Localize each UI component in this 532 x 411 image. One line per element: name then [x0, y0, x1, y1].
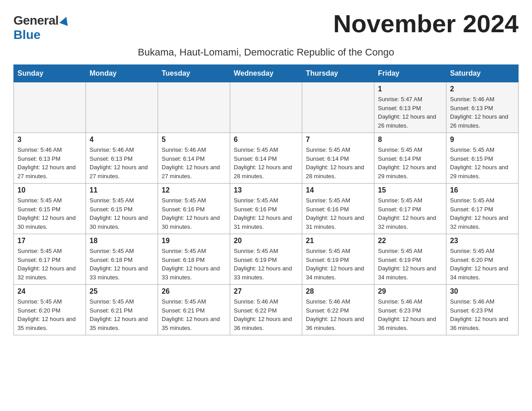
calendar-cell: 17Sunrise: 5:45 AMSunset: 6:17 PMDayligh…	[14, 234, 86, 285]
day-info: Sunrise: 5:45 AMSunset: 6:17 PMDaylight:…	[378, 196, 442, 231]
day-number: 1	[378, 85, 442, 93]
day-number: 3	[17, 136, 82, 144]
calendar-cell: 30Sunrise: 5:46 AMSunset: 6:23 PMDayligh…	[446, 285, 519, 335]
calendar-cell: 18Sunrise: 5:45 AMSunset: 6:18 PMDayligh…	[86, 234, 158, 285]
subtitle: Bukama, Haut-Lomami, Democratic Republic…	[13, 47, 519, 58]
day-number: 30	[450, 287, 515, 295]
calendar-cell: 16Sunrise: 5:45 AMSunset: 6:17 PMDayligh…	[446, 184, 519, 234]
day-number: 27	[234, 287, 298, 295]
calendar-cell: 9Sunrise: 5:45 AMSunset: 6:15 PMDaylight…	[446, 133, 519, 184]
calendar-cell	[158, 82, 230, 133]
day-number: 26	[162, 287, 226, 295]
day-number: 28	[306, 287, 370, 295]
header: General Blue November 2024	[13, 9, 519, 42]
calendar-header-sunday: Sunday	[14, 65, 86, 82]
calendar-cell: 15Sunrise: 5:45 AMSunset: 6:17 PMDayligh…	[374, 184, 446, 234]
calendar-cell: 28Sunrise: 5:46 AMSunset: 6:22 PMDayligh…	[302, 285, 374, 335]
day-info: Sunrise: 5:45 AMSunset: 6:18 PMDaylight:…	[162, 247, 226, 282]
day-number: 6	[234, 136, 298, 144]
day-number: 21	[306, 237, 370, 245]
day-info: Sunrise: 5:45 AMSunset: 6:14 PMDaylight:…	[234, 146, 298, 180]
day-info: Sunrise: 5:45 AMSunset: 6:15 PMDaylight:…	[90, 196, 154, 231]
day-info: Sunrise: 5:45 AMSunset: 6:20 PMDaylight:…	[17, 297, 82, 332]
day-info: Sunrise: 5:45 AMSunset: 6:14 PMDaylight:…	[378, 146, 442, 180]
day-info: Sunrise: 5:46 AMSunset: 6:22 PMDaylight:…	[306, 297, 370, 332]
day-number: 25	[90, 287, 154, 295]
calendar-cell: 11Sunrise: 5:45 AMSunset: 6:15 PMDayligh…	[86, 184, 158, 234]
day-info: Sunrise: 5:45 AMSunset: 6:21 PMDaylight:…	[162, 297, 226, 332]
day-number: 23	[450, 237, 515, 245]
day-info: Sunrise: 5:47 AMSunset: 6:13 PMDaylight:…	[378, 95, 442, 130]
day-info: Sunrise: 5:45 AMSunset: 6:16 PMDaylight:…	[234, 196, 298, 231]
calendar-cell: 24Sunrise: 5:45 AMSunset: 6:20 PMDayligh…	[14, 285, 86, 335]
calendar-header-thursday: Thursday	[302, 65, 374, 82]
day-info: Sunrise: 5:45 AMSunset: 6:20 PMDaylight:…	[450, 247, 515, 282]
calendar-cell: 7Sunrise: 5:45 AMSunset: 6:14 PMDaylight…	[302, 133, 374, 184]
day-number: 10	[17, 186, 82, 194]
calendar-cell: 23Sunrise: 5:45 AMSunset: 6:20 PMDayligh…	[446, 234, 519, 285]
calendar-cell: 8Sunrise: 5:45 AMSunset: 6:14 PMDaylight…	[374, 133, 446, 184]
day-info: Sunrise: 5:46 AMSunset: 6:14 PMDaylight:…	[162, 146, 226, 180]
day-number: 29	[378, 287, 442, 295]
day-number: 24	[17, 287, 82, 295]
calendar-cell	[302, 82, 374, 133]
page-title: November 2024	[333, 9, 519, 38]
day-info: Sunrise: 5:45 AMSunset: 6:19 PMDaylight:…	[234, 247, 298, 282]
logo-triangle-icon	[59, 15, 70, 26]
calendar-cell: 20Sunrise: 5:45 AMSunset: 6:19 PMDayligh…	[230, 234, 302, 285]
calendar-cell: 3Sunrise: 5:46 AMSunset: 6:13 PMDaylight…	[14, 133, 86, 184]
calendar-cell	[86, 82, 158, 133]
calendar-cell: 6Sunrise: 5:45 AMSunset: 6:14 PMDaylight…	[230, 133, 302, 184]
day-number: 2	[450, 85, 515, 93]
day-number: 14	[306, 186, 370, 194]
day-number: 7	[306, 136, 370, 144]
calendar-header-monday: Monday	[86, 65, 158, 82]
day-info: Sunrise: 5:45 AMSunset: 6:16 PMDaylight:…	[306, 196, 370, 231]
calendar-week-row: 3Sunrise: 5:46 AMSunset: 6:13 PMDaylight…	[14, 133, 519, 184]
day-info: Sunrise: 5:45 AMSunset: 6:14 PMDaylight:…	[306, 146, 370, 180]
day-number: 20	[234, 237, 298, 245]
day-info: Sunrise: 5:46 AMSunset: 6:13 PMDaylight:…	[450, 95, 515, 130]
calendar-cell: 2Sunrise: 5:46 AMSunset: 6:13 PMDaylight…	[446, 82, 519, 133]
calendar-cell	[230, 82, 302, 133]
day-info: Sunrise: 5:46 AMSunset: 6:13 PMDaylight:…	[17, 146, 82, 180]
day-info: Sunrise: 5:45 AMSunset: 6:21 PMDaylight:…	[90, 297, 154, 332]
calendar-header-wednesday: Wednesday	[230, 65, 302, 82]
day-number: 18	[90, 237, 154, 245]
calendar-cell: 1Sunrise: 5:47 AMSunset: 6:13 PMDaylight…	[374, 82, 446, 133]
calendar-table: SundayMondayTuesdayWednesdayThursdayFrid…	[13, 64, 519, 335]
calendar-cell: 14Sunrise: 5:45 AMSunset: 6:16 PMDayligh…	[302, 184, 374, 234]
day-info: Sunrise: 5:45 AMSunset: 6:17 PMDaylight:…	[450, 196, 515, 231]
calendar-week-row: 24Sunrise: 5:45 AMSunset: 6:20 PMDayligh…	[14, 285, 519, 335]
calendar-cell: 25Sunrise: 5:45 AMSunset: 6:21 PMDayligh…	[86, 285, 158, 335]
day-info: Sunrise: 5:45 AMSunset: 6:16 PMDaylight:…	[162, 196, 226, 231]
day-number: 8	[378, 136, 442, 144]
calendar-cell: 5Sunrise: 5:46 AMSunset: 6:14 PMDaylight…	[158, 133, 230, 184]
calendar-cell: 19Sunrise: 5:45 AMSunset: 6:18 PMDayligh…	[158, 234, 230, 285]
calendar-header-row: SundayMondayTuesdayWednesdayThursdayFrid…	[14, 65, 519, 82]
day-info: Sunrise: 5:46 AMSunset: 6:13 PMDaylight:…	[90, 146, 154, 180]
calendar-cell: 12Sunrise: 5:45 AMSunset: 6:16 PMDayligh…	[158, 184, 230, 234]
calendar-cell: 29Sunrise: 5:46 AMSunset: 6:23 PMDayligh…	[374, 285, 446, 335]
logo-blue-text: Blue	[13, 28, 41, 42]
day-info: Sunrise: 5:45 AMSunset: 6:15 PMDaylight:…	[17, 196, 82, 231]
calendar-cell: 22Sunrise: 5:45 AMSunset: 6:19 PMDayligh…	[374, 234, 446, 285]
calendar-cell: 4Sunrise: 5:46 AMSunset: 6:13 PMDaylight…	[86, 133, 158, 184]
calendar-week-row: 17Sunrise: 5:45 AMSunset: 6:17 PMDayligh…	[14, 234, 519, 285]
calendar-cell: 26Sunrise: 5:45 AMSunset: 6:21 PMDayligh…	[158, 285, 230, 335]
day-info: Sunrise: 5:45 AMSunset: 6:19 PMDaylight:…	[378, 247, 442, 282]
day-info: Sunrise: 5:46 AMSunset: 6:23 PMDaylight:…	[378, 297, 442, 332]
calendar-header-tuesday: Tuesday	[158, 65, 230, 82]
calendar-cell: 27Sunrise: 5:46 AMSunset: 6:22 PMDayligh…	[230, 285, 302, 335]
day-info: Sunrise: 5:45 AMSunset: 6:19 PMDaylight:…	[306, 247, 370, 282]
calendar-header-friday: Friday	[374, 65, 446, 82]
logo: General Blue	[13, 9, 69, 42]
day-info: Sunrise: 5:45 AMSunset: 6:15 PMDaylight:…	[450, 146, 515, 180]
calendar-week-row: 10Sunrise: 5:45 AMSunset: 6:15 PMDayligh…	[14, 184, 519, 234]
calendar-cell: 13Sunrise: 5:45 AMSunset: 6:16 PMDayligh…	[230, 184, 302, 234]
calendar-week-row: 1Sunrise: 5:47 AMSunset: 6:13 PMDaylight…	[14, 82, 519, 133]
calendar-cell: 21Sunrise: 5:45 AMSunset: 6:19 PMDayligh…	[302, 234, 374, 285]
day-number: 22	[378, 237, 442, 245]
day-number: 17	[17, 237, 82, 245]
day-number: 13	[234, 186, 298, 194]
